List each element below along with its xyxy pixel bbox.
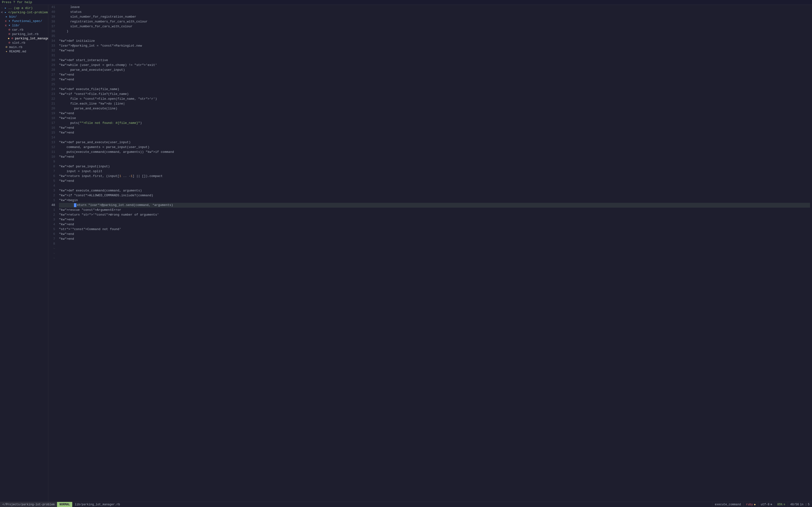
code-line-41: eturn "ivar">@parking_lot.send(command, … — [59, 203, 810, 208]
code-line-35: "kw">return input.first, (input[1 .. -1]… — [59, 174, 810, 179]
code-line-2: slot_number_for_registration_number — [59, 14, 810, 19]
status-lang: ruby ◆ — [743, 502, 758, 507]
sidebar-item-parking-lot-problem[interactable]: < ▸</parking-lot-problem/ — [0, 10, 48, 14]
code-line-20: file.each_line "kw">do |line| — [59, 101, 810, 106]
sidebar-icon-lib: ▾ — [8, 23, 11, 27]
code-line-31: "kw">end — [59, 155, 810, 159]
line-num-44: 3 — [50, 217, 55, 222]
code-line-15: "kw">end — [59, 77, 810, 82]
sidebar-icon-parking-lot-rb: ⊘ — [8, 32, 11, 36]
code-line-27 — [59, 135, 810, 140]
sidebar-label-bin: bin/ — [9, 15, 17, 18]
code-line-37 — [59, 183, 810, 188]
top-bar: Press ? for help — [0, 0, 812, 5]
code-line-13: parse_and_execute(user_input) — [59, 68, 810, 72]
sidebar-item-parking-lot-manager-rb[interactable]: ● ⊘parking_lot_manager.rb — [0, 36, 48, 41]
line-num-27: 14 — [50, 135, 55, 140]
code-line-1: status — [59, 10, 810, 14]
sidebar-item-dotdot[interactable]: ~ ▸.. (up a dir) — [0, 6, 48, 10]
line-num-30: 11 — [50, 150, 55, 155]
main-layout: ~ ▸.. (up a dir)< ▸</parking-lot-problem… — [0, 5, 812, 502]
line-num-9: 32 — [50, 48, 55, 53]
line-num-43: 2 — [50, 213, 55, 217]
line-num-38: 3 — [50, 188, 55, 193]
line-num-23: 18 — [50, 116, 55, 121]
code-line-45: "kw">end — [59, 222, 810, 227]
sidebar-label-readme-md: README.md — [9, 50, 26, 53]
line-num-7: 34 — [50, 39, 55, 44]
percent-icon: ≡ — [783, 503, 785, 506]
code-line-17: "kw">def execute_file(file_name) — [59, 87, 810, 92]
status-file: lib/parking_lot_manager.rb — [72, 503, 712, 506]
sidebar-item-car-rb[interactable]: ⊘car.rb — [0, 27, 48, 32]
sidebar: ~ ▸.. (up a dir)< ▸</parking-lot-problem… — [0, 5, 48, 502]
line-num-14: 27 — [50, 72, 55, 77]
line-num-45: 4 — [50, 222, 55, 227]
status-mode: NORMAL — [57, 502, 72, 507]
sidebar-icon-car-rb: ⊘ — [8, 28, 11, 32]
code-line-42: "kw">rescue "const">ArgumentError — [59, 208, 810, 213]
line-num-24: 17 — [50, 121, 55, 125]
code-line-10 — [59, 53, 810, 58]
code-line-28: "kw">def parse_and_execute(user_input) — [59, 140, 810, 145]
status-bar: </Projects/parking-lot-problem NORMAL li… — [0, 502, 812, 507]
code-line-30: puts(execute_command(command, arguments)… — [59, 150, 810, 155]
tilde-num-0: ~ — [50, 246, 55, 251]
sidebar-icon-readme-md: ✦ — [5, 50, 8, 53]
code-content[interactable]: leave status slot_number_for_registratio… — [57, 5, 812, 502]
status-position: 48/56 ln : 5 — [788, 502, 812, 507]
code-line-18: "kw">if "const">File.file?(file_name) — [59, 92, 810, 97]
sidebar-label-car-rb: car.rb — [12, 28, 23, 32]
code-line-5: ) — [59, 29, 810, 34]
code-line-33: "kw">def parse_input(input) — [59, 164, 810, 169]
sidebar-item-bin[interactable]: ▸bin/ — [0, 14, 48, 19]
line-num-2: 39 — [50, 14, 55, 19]
line-num-25: 16 — [50, 125, 55, 130]
tilde-num-1: ~ — [50, 251, 55, 256]
code-line-14: "kw">end — [59, 72, 810, 77]
code-line-26: "kw">end — [59, 130, 810, 135]
line-num-34: 7 — [50, 169, 55, 174]
code-line-40: "kw">begin — [59, 198, 810, 203]
status-percent: 85% ≡ — [774, 502, 788, 507]
line-num-37: 4 — [50, 183, 55, 188]
sidebar-label-functional-spec: functional_spec/ — [12, 19, 42, 23]
sidebar-item-lib[interactable]: x ▾lib/ — [0, 23, 48, 27]
code-line-36: "kw">end — [59, 179, 810, 183]
sidebar-item-readme-md[interactable]: ✦README.md — [0, 49, 48, 54]
line-num-16: 25 — [50, 82, 55, 87]
sidebar-label-slot-rb: slot.rb — [12, 41, 26, 45]
sidebar-item-functional-spec[interactable]: x ▾functional_spec/ — [0, 19, 48, 23]
code-line-12: "kw">while (user_input = gets.chomp) != … — [59, 63, 810, 68]
sidebar-item-slot-rb[interactable]: ⊘slot.rb — [0, 41, 48, 45]
sidebar-item-main-rb[interactable]: ⊘main.rb — [0, 45, 48, 49]
line-num-4: 37 — [50, 24, 55, 29]
line-num-42: 1 — [50, 208, 55, 213]
code-line-46: "str">'"const">Command not found' — [59, 227, 810, 232]
line-num-48: 7 — [50, 237, 55, 241]
code-line-19: file = "const">File.open(file_name, "str… — [59, 97, 810, 101]
line-num-3: 38 — [50, 19, 55, 24]
tilde-line-0 — [59, 246, 810, 251]
code-line-6 — [59, 34, 810, 39]
line-num-46: 5 — [50, 227, 55, 232]
line-num-49: 8 — [50, 241, 55, 246]
help-text: Press ? for help — [2, 0, 32, 4]
editor-area: 4140393837363534333231302928272625242322… — [48, 5, 812, 502]
line-num-12: 29 — [50, 63, 55, 68]
line-num-33: 8 — [50, 164, 55, 169]
sidebar-icon-parking-lot-manager-rb: ⊘ — [11, 37, 14, 40]
line-num-26: 15 — [50, 130, 55, 135]
line-num-10: 31 — [50, 53, 55, 58]
sidebar-label-parking-lot-problem: </parking-lot-problem/ — [8, 11, 48, 14]
line-num-20: 21 — [50, 101, 55, 106]
text-cursor — [74, 203, 77, 207]
line-num-1: 40 — [50, 10, 55, 14]
code-line-38: "kw">def execute_command(command, argume… — [59, 188, 810, 193]
line-num-15: 26 — [50, 77, 55, 82]
line-num-8: 33 — [50, 44, 55, 48]
sidebar-icon-main-rb: ⊘ — [5, 45, 8, 49]
line-num-40: 1 — [50, 198, 55, 203]
sidebar-item-parking-lot-rb[interactable]: ⊘parking_lot.rb — [0, 32, 48, 36]
line-num-13: 28 — [50, 68, 55, 72]
